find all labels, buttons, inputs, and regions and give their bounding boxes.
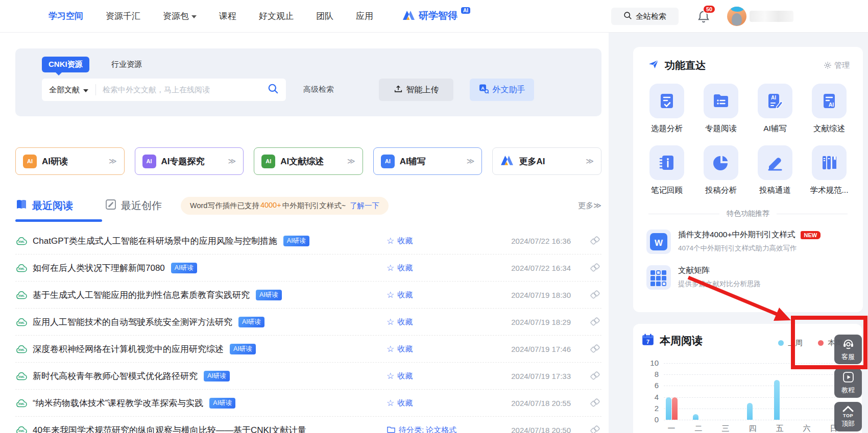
share-icon[interactable] [590,263,600,275]
article-title[interactable]: “纳米药物载体技术”课程教学改革探索与实践 [33,397,203,409]
foreign-assistant-button[interactable]: A 外文助手 [470,79,534,101]
quick-item-8[interactable]: 学术规范... [810,145,849,196]
quick-access-header: 功能直达 管理 [633,47,863,72]
tab-cnki-resource[interactable]: CNKI资源 [42,57,89,72]
ai-read-badge[interactable]: AI研读 [209,398,235,409]
brand-name: 研学智得 [419,9,457,22]
ai-shortcut-4[interactable]: AIAI辅写≫ [373,147,483,175]
collect-button[interactable]: ☆收藏 [387,317,413,327]
tab-recent-read[interactable]: 最近阅读 [15,199,101,213]
ai-read-badge[interactable]: AI研读 [283,236,309,246]
collect-button[interactable]: ☆收藏 [387,398,413,408]
nav-item-3[interactable]: 资源包 [163,10,197,22]
ai-read-badge[interactable]: AI研读 [171,263,197,273]
nav-item-label: 应用 [356,10,373,22]
share-icon[interactable] [590,398,600,411]
nav-item-2[interactable]: 资源千汇 [106,10,140,22]
quick-item-tile [758,145,792,180]
chart-gridline [664,374,851,375]
ai-shortcut-3[interactable]: AIAI文献综述≫ [254,147,363,175]
ai-read-badge[interactable]: AI研读 [256,290,282,300]
side-button-顶部[interactable]: TOP顶部 [834,402,862,431]
featured-item-desc: 4074个中外期刊引文样式助力高效写作 [678,244,821,253]
ai-read-badge[interactable]: AI研读 [230,344,256,354]
side-button-教程[interactable]: 教程 [834,368,862,398]
ai-shortcut-2[interactable]: AIAI专题探究≫ [135,147,244,175]
week-chart-title: 本周阅读 [660,334,703,348]
notification-bell[interactable]: 50 [697,10,712,25]
share-icon[interactable] [590,236,600,248]
article-title[interactable]: 深度卷积神经网络在计算机视觉中的应用研究综述 [33,343,224,355]
collect-button[interactable]: ☆收藏 [387,236,413,246]
read-time: 2024/07/22 16:36 [489,237,571,245]
quick-item-label: 文献综述 [813,123,845,134]
article-title[interactable]: 新时代高校青年教师心智模式优化路径研究 [33,370,198,382]
collect-button[interactable]: ☆收藏 [387,371,413,381]
tab-recent-create[interactable]: 最近创作 [105,199,172,213]
scope-dropdown[interactable]: 全部文献 [42,85,95,95]
notification-count-badge: 50 [703,5,716,14]
featured-item-2[interactable]: 文献矩阵提供多篇文献对比分析思路 [633,265,863,290]
collect-label: 收藏 [397,398,413,408]
ai-read-badge[interactable]: AI研读 [238,317,264,327]
search-input[interactable]: 检索中外文文献，马上在线阅读 [96,85,268,95]
svg-text:XML: XML [18,267,25,270]
tab-industry-resource[interactable]: 行业资源 [111,60,142,69]
ai-read-badge[interactable]: AI研读 [204,371,230,381]
site-search-button[interactable]: 全站检索 [611,8,679,25]
collect-button[interactable]: ☆收藏 [387,263,413,273]
foreign-assistant-icon: A [479,84,489,96]
search-submit-icon[interactable] [268,83,279,96]
more-link[interactable]: 更多≫ [578,201,601,211]
article-title[interactable]: 40年来我国学术规范研究的纵向观察与横向比较——基于CNKI文献计量 [33,424,306,433]
share-icon[interactable] [590,344,600,356]
share-icon[interactable] [590,317,600,329]
quick-item-2[interactable]: 专题阅读 [702,84,740,134]
video-icon [842,371,854,385]
collect-label: 收藏 [397,317,413,327]
quick-item-1[interactable]: 选题分析 [647,84,686,134]
quick-item-4[interactable]: AI文献综述 [810,84,849,134]
banner-link[interactable]: 了解一下 [350,201,379,211]
quick-item-5[interactable]: 笔记回顾 [647,145,686,196]
avatar[interactable] [727,7,746,26]
read-time: 2024/07/19 17:33 [489,372,571,380]
featured-divider: 特色功能推荐 [648,209,848,218]
brand-logo[interactable]: 研学智得 AI [402,9,470,23]
nav-item-6[interactable]: 团队 [316,10,333,22]
search-icon [623,11,632,21]
quick-item-6[interactable]: 投稿分析 [702,145,740,196]
nav-item-4[interactable]: 课程 [219,10,236,22]
svg-text:W: W [655,238,663,248]
smart-upload-button[interactable]: 智能上传 [379,79,453,101]
quick-item-3[interactable]: AIAI辅写 [756,84,794,134]
collect-button[interactable]: ☆收藏 [387,290,413,300]
nav-item-5[interactable]: 好文观止 [259,10,294,22]
bar-last-week [666,397,671,420]
nav-item-7[interactable]: 应用 [356,10,373,22]
article-title[interactable]: 如何在后人类状况下理解新闻7080 [33,262,165,274]
word-plugin-banner[interactable]: Word写作插件已支持 4000+ 中外期刊引文样式~ 了解一下 [181,197,389,215]
share-icon[interactable] [590,290,600,302]
collect-button[interactable]: ☆收藏 [387,344,413,354]
side-button-客服[interactable]: 客服 [834,335,862,364]
article-title[interactable]: ChatGPT类生成式人工智能在科研场景中的应用风险与控制措施 [33,235,277,247]
manage-button[interactable]: 管理 [824,61,850,70]
ai-shortcut-1[interactable]: AIAI研读≫ [15,147,125,175]
top-text: TOP [843,413,853,418]
featured-item-1[interactable]: W插件支持4000+中外期刊引文样式NEW4074个中外期刊引文样式助力高效写作 [633,230,863,254]
advanced-search-link[interactable]: 高级检索 [303,85,334,94]
featured-item-title: 插件支持4000+中外期刊引文样式NEW [678,230,821,240]
quick-item-7[interactable]: 投稿通道 [756,145,794,196]
article-title[interactable]: 基于生成式人工智能应用的批判性信息素质教育实践研究 [33,289,250,301]
share-icon[interactable] [590,425,600,433]
article-title[interactable]: 应用人工智能技术的自动驾驶系统安全测评方法研究 [33,316,232,328]
featured-title-text: 插件支持4000+中外期刊引文样式 [678,230,795,240]
nav-item-1[interactable]: 学习空间 [49,10,83,22]
quick-item-label: 投稿分析 [705,185,737,196]
ai-shortcut-5[interactable]: 更多AI≫ [492,147,601,175]
share-icon[interactable] [590,371,600,384]
site-search-label: 全站检索 [636,12,666,21]
banner-highlight: 4000+ [260,201,281,211]
category-tag[interactable]: 待分类; 论文格式 [387,425,456,433]
